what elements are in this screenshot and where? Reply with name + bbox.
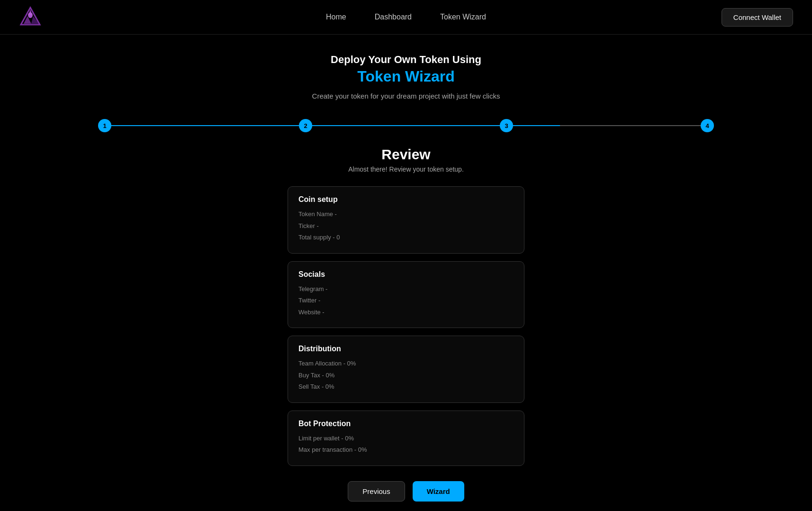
- step-2: 2: [299, 119, 312, 132]
- step-3: 3: [500, 119, 513, 132]
- cards-container: Coin setupToken Name - Ticker - Total su…: [288, 186, 524, 466]
- buttons-row: Previous Wizard: [348, 481, 464, 502]
- review-card-socials: SocialsTelegram - Twitter - Website -: [288, 261, 524, 328]
- card-title-socials: Socials: [298, 270, 514, 279]
- review-card-distribution: DistributionTeam Allocation - 0%Buy Tax …: [288, 336, 524, 403]
- card-row-socials-0: Telegram -: [298, 284, 514, 294]
- card-title-coin-setup: Coin setup: [298, 195, 514, 204]
- card-row-bot-protection-1: Max per transaction - 0%: [298, 445, 514, 455]
- stepper: 1 2 3 4: [98, 119, 714, 132]
- navbar: Home Dashboard Token Wizard Connect Wall…: [0, 0, 812, 35]
- review-subtitle: Almost there! Review your token setup.: [348, 165, 464, 173]
- hero-title: Token Wizard: [357, 68, 454, 85]
- card-title-distribution: Distribution: [298, 345, 514, 353]
- logo: [19, 6, 42, 28]
- review-card-coin-setup: Coin setupToken Name - Ticker - Total su…: [288, 186, 524, 254]
- logo-icon: [19, 6, 42, 28]
- nav-token-wizard[interactable]: Token Wizard: [440, 13, 486, 21]
- connect-wallet-button[interactable]: Connect Wallet: [722, 8, 793, 27]
- navbar-links: Home Dashboard Token Wizard: [326, 13, 486, 21]
- card-row-distribution-0: Team Allocation - 0%: [298, 359, 514, 368]
- card-row-coin-setup-1: Ticker -: [298, 221, 514, 231]
- hero-subtitle: Deploy Your Own Token Using: [331, 54, 481, 66]
- card-row-coin-setup-2: Total supply - 0: [298, 233, 514, 242]
- step-1: 1: [98, 119, 111, 132]
- card-row-distribution-1: Buy Tax - 0%: [298, 371, 514, 380]
- review-title: Review: [381, 146, 430, 163]
- previous-button[interactable]: Previous: [348, 481, 405, 502]
- main-content: Deploy Your Own Token Using Token Wizard…: [0, 35, 812, 511]
- nav-dashboard[interactable]: Dashboard: [375, 13, 412, 21]
- hero-description: Create your token for your dream project…: [312, 92, 500, 100]
- step-4: 4: [701, 119, 714, 132]
- card-title-bot-protection: Bot Protection: [298, 420, 514, 428]
- card-row-coin-setup-0: Token Name -: [298, 210, 514, 219]
- nav-home[interactable]: Home: [326, 13, 346, 21]
- card-row-distribution-2: Sell Tax - 0%: [298, 382, 514, 392]
- card-row-socials-1: Twitter -: [298, 296, 514, 305]
- card-row-bot-protection-0: Limit per wallet - 0%: [298, 434, 514, 443]
- svg-point-1: [28, 12, 33, 18]
- review-card-bot-protection: Bot ProtectionLimit per wallet - 0%Max p…: [288, 411, 524, 466]
- stepper-line-active: [98, 125, 560, 126]
- card-row-socials-2: Website -: [298, 308, 514, 317]
- wizard-button[interactable]: Wizard: [413, 481, 464, 502]
